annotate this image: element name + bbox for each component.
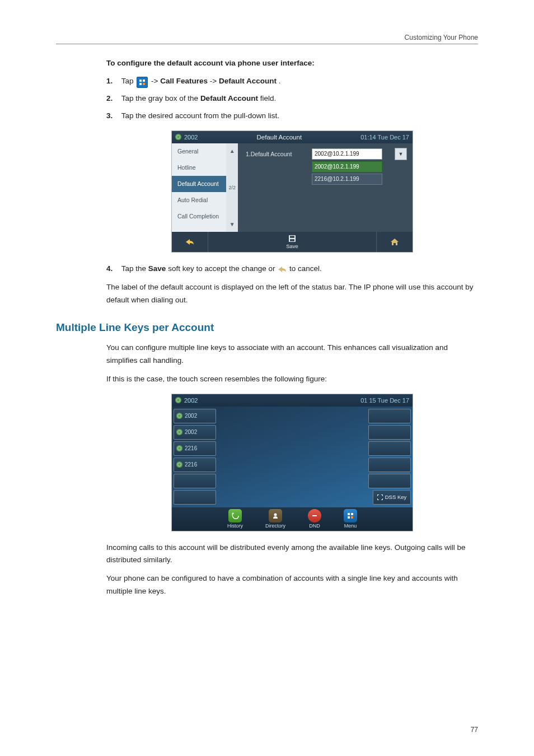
screenshot-default-account: 2002 Default Account 01:14 Tue Dec 17 Ge… [171, 130, 413, 253]
screenshot-home-linekeys: 2002 01 15 Tue Dec 17 2002 2002 2216 221… [171, 394, 413, 531]
sidebar-item-default-account[interactable]: Default Account [172, 176, 226, 192]
line-key-r2-empty[interactable]: . [368, 425, 411, 440]
step-1-number: 1. [106, 77, 113, 85]
ss2-account-text: 2002 [184, 397, 198, 404]
ss2-right-column: . . . . . DSS Key [370, 409, 413, 507]
menu-icon-bottom [344, 509, 357, 522]
paragraph-2b: If this is the case, the touch screen re… [106, 373, 478, 386]
steps-list: 1. Tap -> Call Features -> Default Accou… [106, 75, 478, 123]
directory-label: Directory [265, 523, 285, 529]
svg-rect-12 [351, 516, 353, 519]
menu-label: Menu [344, 523, 357, 529]
ss2-time: 01 15 Tue Dec 17 [360, 397, 409, 404]
line-key-3[interactable]: 2216 [174, 441, 216, 456]
directory-button[interactable]: Directory [265, 509, 285, 529]
dss-key-label: DSS Key [385, 494, 407, 500]
dnd-label: DND [309, 523, 320, 529]
step-4-text-a: Tap the [121, 264, 148, 273]
svg-point-7 [274, 514, 277, 516]
svg-rect-10 [351, 513, 353, 515]
step-2: 2. Tap the gray box of the Default Accou… [106, 92, 478, 105]
save-icon [288, 235, 296, 242]
step-4-number: 4. [106, 264, 113, 273]
back-icon [185, 238, 195, 246]
history-button[interactable]: History [227, 509, 243, 529]
section-heading: Multiple Line Keys per Account [56, 321, 478, 334]
sidebar-item-hotline[interactable]: Hotline [172, 160, 226, 176]
sidebar-item-call-completion[interactable]: Call Completion [172, 208, 226, 225]
line-key-5-empty[interactable]: . [174, 474, 216, 488]
line-key-r3-empty[interactable]: . [368, 441, 411, 456]
save-label: Save [286, 243, 298, 249]
dropdown-option-alt[interactable]: 2216@10.2.1.199 [312, 174, 382, 185]
dnd-button[interactable]: DND [308, 509, 321, 529]
step-4-text-c: soft key to accept the change or [168, 264, 277, 273]
svg-rect-2 [139, 83, 142, 85]
step-1: 1. Tap -> Call Features -> Default Accou… [106, 75, 478, 88]
scroll-down-icon[interactable]: ▼ [229, 221, 235, 227]
paragraph-after-steps: The label of the default account is disp… [106, 281, 478, 307]
svg-rect-5 [290, 236, 294, 238]
svg-rect-6 [290, 239, 294, 241]
step-2-number: 2. [106, 94, 113, 102]
ss1-account-text: 2002 [184, 134, 198, 141]
paragraph-4: Your phone can be configured to have a c… [106, 572, 478, 598]
dnd-icon [308, 509, 321, 522]
ss2-account-label: 2002 [175, 397, 198, 404]
save-button[interactable]: Save [208, 232, 376, 252]
scroll-up-icon[interactable]: ▲ [229, 148, 235, 154]
svg-rect-1 [143, 80, 145, 82]
step-2-text-a: Tap the gray box of the [121, 94, 200, 102]
step-1-text-d: -> [210, 77, 217, 85]
menu-button[interactable]: Menu [344, 509, 357, 529]
ss1-selected-value[interactable]: 2002@10.2.1.199 [312, 148, 382, 160]
dss-key-button[interactable]: DSS Key [373, 490, 411, 505]
step-1-text-b: -> [151, 77, 158, 85]
step-2-text-c: field. [260, 94, 277, 102]
phone-icon [175, 397, 181, 403]
steps-list-2: 4. Tap the Save soft key to accept the c… [106, 263, 478, 276]
home-button[interactable] [376, 232, 413, 252]
line-key-r1-empty[interactable]: . [368, 409, 411, 423]
ss1-title: Default Account [257, 134, 302, 141]
ss1-page-indicator: 2/2 [228, 185, 236, 190]
line-key-2[interactable]: 2002 [174, 425, 216, 440]
svg-rect-8 [312, 515, 317, 516]
home-icon [390, 237, 400, 246]
line-key-1[interactable]: 2002 [174, 409, 216, 423]
step-1-callfeatures: Call Features [160, 77, 208, 85]
phone-icon [176, 413, 182, 419]
back-button[interactable] [172, 232, 208, 252]
phone-icon [175, 134, 181, 140]
phone-icon [176, 429, 182, 435]
line-key-r5-empty[interactable]: . [368, 474, 411, 488]
step-3: 3. Tap the desired account from the pull… [106, 110, 478, 123]
step-3-text: Tap the desired account from the pull-do… [121, 111, 279, 120]
running-head: Customizing Your Phone [56, 34, 478, 44]
phone-icon [176, 461, 182, 468]
dropdown-toggle-button[interactable]: ▼ [395, 148, 407, 160]
sidebar-item-auto-redial[interactable]: Auto Redial [172, 192, 226, 208]
step-1-defaultaccount: Default Account [219, 77, 277, 85]
line-key-1-label: 2002 [185, 413, 197, 419]
dropdown-option-selected[interactable]: 2002@10.2.1.199 [312, 161, 382, 172]
ss1-content: 1.Default Account 2002@10.2.1.199 ▼ 2002… [238, 143, 413, 232]
step-2-bold: Default Account [200, 94, 258, 102]
page-number: 77 [471, 726, 478, 734]
svg-rect-3 [143, 83, 145, 85]
history-icon [228, 509, 242, 522]
ss1-statusbar: 2002 Default Account 01:14 Tue Dec 17 [172, 131, 413, 143]
paragraph-3: Incoming calls to this account will be d… [106, 542, 478, 567]
ss1-scrollbar[interactable]: ▲ 2/2 ▼ [226, 143, 238, 232]
line-key-6-empty[interactable]: . [174, 490, 216, 505]
ss2-left-column: 2002 2002 2216 2216 . . [172, 409, 214, 507]
ss1-time: 01:14 Tue Dec 17 [360, 134, 409, 141]
back-icon-inline [277, 264, 287, 274]
line-key-4[interactable]: 2216 [174, 458, 216, 472]
line-key-r4-empty[interactable]: . [368, 458, 411, 472]
line-key-4-label: 2216 [185, 461, 197, 468]
ss2-bottom-bar: History Directory DND [172, 507, 413, 531]
ss1-footer: Save [172, 232, 413, 252]
sidebar-item-general[interactable]: General [172, 143, 226, 160]
intro-heading: To configure the default account via pho… [106, 59, 478, 67]
